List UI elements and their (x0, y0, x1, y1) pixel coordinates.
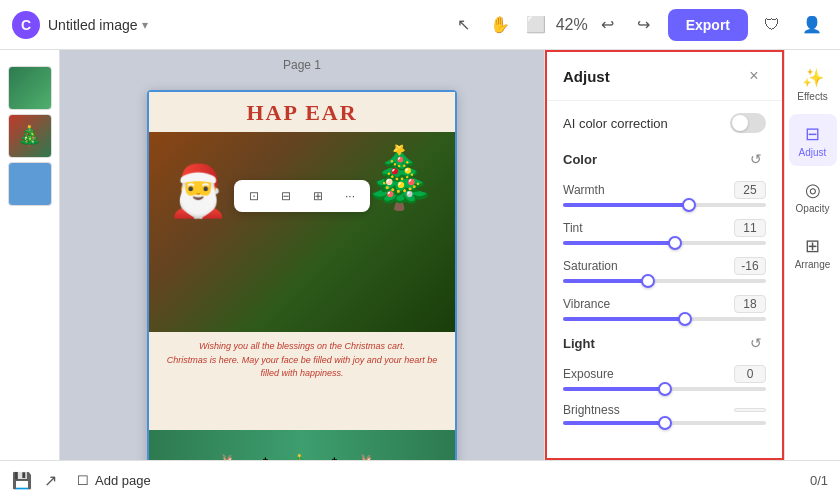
brightness-track[interactable] (563, 421, 766, 425)
right-panel: Adjust × AI color correction Color ↺ War (544, 50, 784, 460)
ai-color-toggle[interactable] (730, 113, 766, 133)
card-footer: 🦌 ❄ 🎄 ❄ 🦌 (147, 430, 457, 460)
add-page-icon: ☐ (77, 473, 89, 488)
adjust-panel: Adjust × AI color correction Color ↺ War (545, 50, 784, 460)
brightness-label: Brightness (563, 403, 620, 417)
image-toolbar: ⊡ ⊟ ⊞ ··· (234, 180, 370, 212)
toolbar-tools: ↖ ✋ ⬜ 42% ↩ ↪ (448, 9, 660, 41)
arrange-icon: ⊞ (805, 235, 820, 257)
canvas-card[interactable]: HAP EAR ⊡ ⊟ ⊞ ··· Wishing you all the bl… (147, 90, 457, 460)
shield-icon[interactable]: 🛡 (756, 9, 788, 41)
saturation-track[interactable] (563, 279, 766, 283)
brightness-fill (563, 421, 665, 425)
card-image[interactable] (147, 132, 457, 332)
opacity-label: Opacity (796, 203, 830, 214)
save-icon[interactable]: 💾 (12, 471, 32, 490)
adjust-title: Adjust (563, 68, 610, 85)
image-crop-button[interactable]: ⊡ (242, 184, 266, 208)
exposure-label: Exposure (563, 367, 614, 381)
user-avatar[interactable]: 👤 (796, 9, 828, 41)
effects-panel-button[interactable]: ✨ Effects (789, 58, 837, 110)
effects-label: Effects (797, 91, 827, 102)
light-section-header: Light ↺ (563, 333, 766, 353)
thumbnail-item[interactable] (8, 66, 52, 110)
undo-button[interactable]: ↩ (592, 9, 624, 41)
tint-slider-row: Tint 11 (563, 219, 766, 245)
vibrance-fill (563, 317, 685, 321)
card-header-text: HAP EAR (147, 90, 457, 132)
bottom-bar: 💾 ↗ ☐ Add page 0/1 (0, 460, 840, 500)
add-page-button[interactable]: ☐ Add page (69, 469, 159, 492)
select-tool-button[interactable]: ↖ (448, 9, 480, 41)
exposure-fill (563, 387, 665, 391)
hand-tool-button[interactable]: ✋ (484, 9, 516, 41)
adjust-panel-button[interactable]: ⊟ Adjust (789, 114, 837, 166)
adjust-label: Adjust (799, 147, 827, 158)
main-area: 🎄 Page 1 HAP EAR ⊡ ⊟ ⊞ ··· Wishing you a… (0, 50, 840, 460)
arrange-panel-button[interactable]: ⊞ Arrange (789, 226, 837, 278)
saturation-thumb (641, 274, 655, 288)
ai-color-row: AI color correction (563, 113, 766, 133)
document-title-area[interactable]: Untitled image ▾ (48, 17, 148, 33)
exposure-thumb (658, 382, 672, 396)
warmth-label: Warmth (563, 183, 605, 197)
vibrance-thumb (678, 312, 692, 326)
vibrance-slider-row: Vibrance 18 (563, 295, 766, 321)
image-filter-button[interactable]: ⊞ (306, 184, 330, 208)
warmth-track[interactable] (563, 203, 766, 207)
add-page-label: Add page (95, 473, 151, 488)
zoom-label[interactable]: 42% (556, 9, 588, 41)
vibrance-track[interactable] (563, 317, 766, 321)
card-line2: Christmas is here. May your face be fill… (159, 354, 445, 368)
color-section-header: Color ↺ (563, 149, 766, 169)
color-reset-button[interactable]: ↺ (746, 149, 766, 169)
tint-track[interactable] (563, 241, 766, 245)
ai-color-label: AI color correction (563, 116, 668, 131)
image-replace-button[interactable]: ⊟ (274, 184, 298, 208)
tint-thumb (668, 236, 682, 250)
warmth-thumb (682, 198, 696, 212)
share-icon[interactable]: ↗ (44, 471, 57, 490)
card-footer-pattern: 🦌 ❄ 🎄 ❄ 🦌 (218, 453, 385, 460)
card-line3: filled with happiness. (159, 367, 445, 381)
topbar: C Untitled image ▾ ↖ ✋ ⬜ 42% ↩ ↪ Export … (0, 0, 840, 50)
adjust-header: Adjust × (547, 52, 782, 101)
saturation-fill (563, 279, 648, 283)
warmth-value: 25 (734, 181, 766, 199)
page-count: 0/1 (810, 473, 828, 488)
frame-tool-button[interactable]: ⬜ (520, 9, 552, 41)
vibrance-label: Vibrance (563, 297, 610, 311)
thumbnail-item-3[interactable] (8, 162, 52, 206)
canvas-area[interactable]: Page 1 HAP EAR ⊡ ⊟ ⊞ ··· Wishing you all… (60, 50, 544, 460)
warmth-slider-row: Warmth 25 (563, 181, 766, 207)
saturation-slider-row: Saturation -16 (563, 257, 766, 283)
image-more-button[interactable]: ··· (338, 184, 362, 208)
opacity-icon: ◎ (805, 179, 821, 201)
close-adjust-button[interactable]: × (742, 64, 766, 88)
title-chevron: ▾ (142, 18, 148, 32)
export-button[interactable]: Export (668, 9, 748, 41)
saturation-value: -16 (734, 257, 766, 275)
thumbnail-list: 🎄 (4, 58, 56, 214)
thumbnail-item-2[interactable]: 🎄 (8, 114, 52, 158)
brightness-value (734, 408, 766, 412)
color-section-title: Color (563, 152, 597, 167)
card-text-area: Wishing you all the blessings on the Chr… (147, 332, 457, 389)
page-label: Page 1 (283, 58, 321, 72)
redo-button[interactable]: ↪ (628, 9, 660, 41)
exposure-value: 0 (734, 365, 766, 383)
opacity-panel-button[interactable]: ◎ Opacity (789, 170, 837, 222)
card-line1: Wishing you all the blessings on the Chr… (159, 340, 445, 354)
saturation-label: Saturation (563, 259, 618, 273)
tint-fill (563, 241, 675, 245)
document-title: Untitled image (48, 17, 138, 33)
adjust-body: AI color correction Color ↺ Warmth 25 (547, 101, 782, 458)
tint-value: 11 (734, 219, 766, 237)
app-logo: C (12, 11, 40, 39)
warmth-fill (563, 203, 689, 207)
vibrance-value: 18 (734, 295, 766, 313)
right-icon-panel: ✨ Effects ⊟ Adjust ◎ Opacity ⊞ Arrange (784, 50, 840, 460)
exposure-track[interactable] (563, 387, 766, 391)
light-reset-button[interactable]: ↺ (746, 333, 766, 353)
tint-label: Tint (563, 221, 583, 235)
